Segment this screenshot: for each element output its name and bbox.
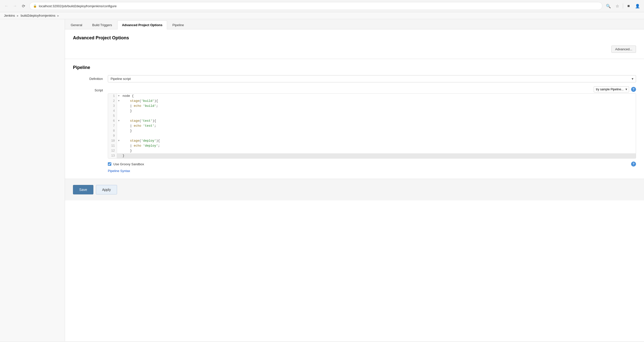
apply-button[interactable]: Apply bbox=[96, 185, 117, 194]
reload-button[interactable]: ⟳ bbox=[20, 2, 27, 9]
groovy-sandbox-help-icon[interactable]: ? bbox=[631, 162, 636, 167]
code-line-3: 3 | echo 'build'; bbox=[108, 103, 636, 108]
code-line-10: 10 ▼ stage('deploy'){ bbox=[108, 138, 636, 143]
definition-select-wrapper: Pipeline script Pipeline script from SCM… bbox=[108, 75, 636, 82]
left-sidebar bbox=[0, 19, 65, 341]
try-sample-select[interactable]: try sample Pipeline... Hello World GitHu… bbox=[594, 86, 629, 92]
script-label: Script bbox=[73, 86, 103, 92]
address-bar[interactable]: 🔒 bbox=[30, 2, 602, 10]
pipeline-section: Pipeline Definition Pipeline script Pipe… bbox=[65, 59, 644, 179]
breadcrumb-sep-1: ► bbox=[16, 14, 19, 17]
browser-toolbar: ← → ⟳ 🔒 🔍 ☆ ■ 👤 bbox=[0, 0, 644, 12]
script-editor-container: try sample Pipeline... Hello World GitHu… bbox=[108, 86, 636, 159]
lock-icon: 🔒 bbox=[33, 4, 37, 8]
script-help-icon[interactable]: ? bbox=[631, 87, 636, 92]
definition-field-row: Definition Pipeline script Pipeline scri… bbox=[73, 75, 636, 82]
code-line-7: 7 | echo 'test'; bbox=[108, 123, 636, 128]
nav-buttons: ← → ⟳ bbox=[3, 2, 27, 9]
code-line-5: 5 bbox=[108, 113, 636, 118]
back-button[interactable]: ← bbox=[3, 2, 10, 9]
search-button[interactable]: 🔍 bbox=[605, 2, 612, 9]
pipeline-syntax-link[interactable]: Pipeline Syntax bbox=[108, 169, 130, 173]
extensions-button[interactable]: ■ bbox=[625, 2, 632, 9]
breadcrumb-job[interactable]: build2deployfromjenkins bbox=[21, 14, 55, 17]
groovy-sandbox-checkbox[interactable] bbox=[108, 162, 111, 166]
toolbar-actions: 🔍 ☆ ■ 👤 bbox=[605, 2, 641, 9]
try-sample-wrapper: try sample Pipeline... Hello World GitHu… bbox=[594, 86, 629, 92]
pipeline-title: Pipeline bbox=[73, 65, 636, 70]
code-line-6: 6 ▼ stage('test'){ bbox=[108, 118, 636, 123]
script-row: Script try sample Pipeline... Hello Worl… bbox=[73, 86, 636, 159]
code-line-12: 12 } bbox=[108, 148, 636, 153]
advanced-project-options-section: Advanced Project Options Advanced... bbox=[65, 29, 644, 59]
script-toolbar: try sample Pipeline... Hello World GitHu… bbox=[108, 86, 636, 92]
definition-select[interactable]: Pipeline script Pipeline script from SCM bbox=[108, 75, 636, 82]
advanced-project-options-title: Advanced Project Options bbox=[73, 35, 636, 40]
tab-build-triggers[interactable]: Build Triggers bbox=[88, 20, 116, 29]
groovy-sandbox-label[interactable]: Use Groovy Sandbox bbox=[113, 162, 144, 166]
code-line-11: 11 | echo 'deploy'; bbox=[108, 143, 636, 148]
groovy-sandbox-row: Use Groovy Sandbox ? bbox=[108, 162, 636, 167]
definition-control: Pipeline script Pipeline script from SCM… bbox=[108, 75, 636, 82]
toolbar-divider bbox=[623, 3, 623, 8]
code-line-4: 4 } bbox=[108, 108, 636, 113]
code-editor[interactable]: 1 ▼ node { 2 ▼ stage('build'){ 3 bbox=[108, 93, 636, 159]
definition-label: Definition bbox=[73, 75, 103, 81]
advanced-btn-row: Advanced... bbox=[73, 45, 636, 53]
breadcrumb-jenkins[interactable]: Jenkins bbox=[4, 14, 15, 17]
code-lines: 1 ▼ node { 2 ▼ stage('build'){ 3 bbox=[108, 94, 636, 158]
code-line-9: 9 bbox=[108, 133, 636, 138]
tab-general[interactable]: General bbox=[66, 20, 87, 29]
browser-chrome: ← → ⟳ 🔒 🔍 ☆ ■ 👤 bbox=[0, 0, 644, 12]
tabs-bar: General Build Triggers Advanced Project … bbox=[65, 19, 644, 29]
forward-button[interactable]: → bbox=[12, 2, 18, 9]
bookmark-button[interactable]: ☆ bbox=[614, 2, 621, 9]
advanced-button[interactable]: Advanced... bbox=[612, 45, 636, 53]
breadcrumb: Jenkins ► build2deployfromjenkins ► bbox=[0, 12, 644, 19]
actions-bar: Save Apply bbox=[65, 179, 644, 200]
url-input[interactable] bbox=[39, 4, 599, 8]
pipeline-link-row: Pipeline Syntax bbox=[108, 169, 636, 173]
code-line-8: 8 } bbox=[108, 128, 636, 133]
tab-pipeline[interactable]: Pipeline bbox=[168, 20, 188, 29]
tab-advanced-project-options[interactable]: Advanced Project Options bbox=[117, 20, 167, 29]
page-layout: General Build Triggers Advanced Project … bbox=[0, 19, 644, 341]
code-line-13: 13 } bbox=[108, 153, 636, 158]
breadcrumb-sep-2: ► bbox=[57, 14, 60, 17]
profile-button[interactable]: 👤 bbox=[634, 2, 641, 9]
code-line-2: 2 ▼ stage('build'){ bbox=[108, 99, 636, 103]
save-button[interactable]: Save bbox=[73, 185, 94, 194]
code-line-1: 1 ▼ node { bbox=[108, 94, 636, 99]
content-area: General Build Triggers Advanced Project … bbox=[65, 19, 644, 341]
